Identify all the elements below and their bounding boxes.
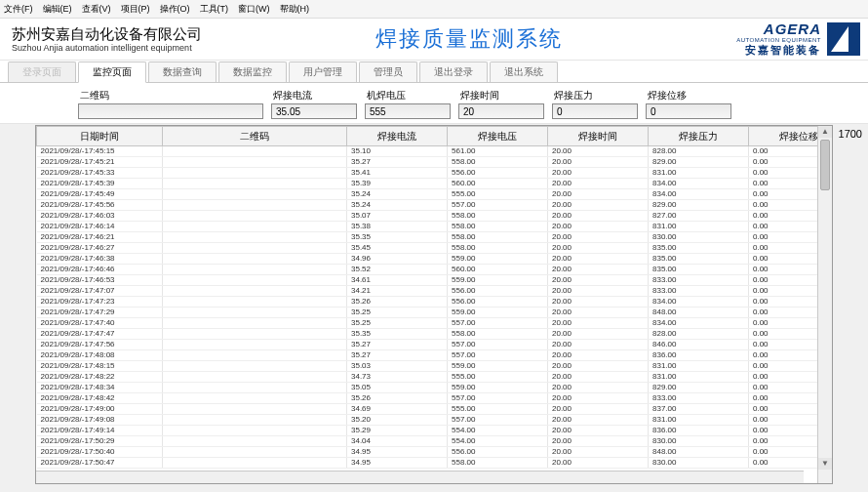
table-cell: 34.95	[347, 458, 448, 469]
table-cell: 829.00	[649, 383, 749, 393]
table-row[interactable]: 2021/09/28/-17:46:2135.35558.0020.00830.…	[37, 232, 818, 243]
table-row[interactable]: 2021/09/28/-17:48:4235.26557.0020.00833.…	[37, 393, 818, 404]
table-cell: 0.00	[749, 168, 818, 179]
table-row[interactable]: 2021/09/28/-17:45:4935.24555.0020.00834.…	[37, 189, 818, 200]
table-cell: 2021/09/28/-17:50:47	[37, 458, 163, 469]
table-cell: 829.00	[649, 200, 749, 211]
table-row[interactable]: 2021/09/28/-17:48:1535.03559.0020.00831.…	[37, 361, 818, 372]
tab-登录页面: 登录页面	[8, 62, 76, 82]
table-row[interactable]: 2021/09/28/-17:48:3435.05559.0020.00829.…	[37, 383, 818, 393]
scroll-up-icon[interactable]: ▲	[818, 126, 832, 138]
input-焊接时间[interactable]: 20	[458, 103, 544, 119]
table-cell	[163, 404, 347, 415]
table-cell	[163, 254, 347, 265]
input-焊接位移[interactable]: 0	[646, 103, 731, 119]
table-cell: 828.00	[649, 146, 749, 157]
table-cell: 834.00	[649, 318, 749, 329]
table-row[interactable]: 2021/09/28/-17:45:2135.27558.0020.00829.…	[37, 157, 818, 168]
tab-退出登录[interactable]: 退出登录	[419, 62, 488, 82]
table-cell: 20.00	[548, 211, 649, 222]
table-row[interactable]: 2021/09/28/-17:45:1535.10561.0020.00828.…	[37, 146, 818, 157]
input-二维码[interactable]	[78, 103, 263, 119]
column-header[interactable]: 二维码	[163, 127, 347, 146]
column-header[interactable]: 焊接压力	[649, 127, 749, 146]
tab-数据查询[interactable]: 数据查询	[148, 62, 217, 82]
table-cell: 833.00	[649, 275, 749, 286]
scroll-thumb[interactable]	[820, 140, 830, 190]
table-cell: 848.00	[649, 447, 749, 458]
table-cell: 20.00	[548, 426, 649, 436]
menu-item[interactable]: 编辑(E)	[43, 3, 72, 16]
menu-item[interactable]: 帮助(H)	[280, 3, 310, 16]
table-row[interactable]: 2021/09/28/-17:48:0835.27557.0020.00836.…	[37, 350, 818, 361]
column-header[interactable]: 焊接电压	[448, 127, 548, 146]
table-cell: 0.00	[749, 243, 818, 254]
table-cell: 0.00	[749, 179, 818, 189]
table-row[interactable]: 2021/09/28/-17:47:2935.25559.0020.00848.…	[37, 308, 818, 318]
input-机焊电压[interactable]: 555	[365, 103, 451, 119]
menu-item[interactable]: 查看(V)	[82, 3, 111, 16]
table-row[interactable]: 2021/09/28/-17:46:3834.96559.0020.00835.…	[37, 254, 818, 265]
table-row[interactable]: 2021/09/28/-17:50:4034.95556.0020.00848.…	[37, 447, 818, 458]
menu-item[interactable]: 文件(F)	[4, 3, 33, 16]
table-cell: 0.00	[749, 286, 818, 297]
table-cell: 20.00	[548, 361, 649, 372]
table-row[interactable]: 2021/09/28/-17:47:2335.26556.0020.00834.…	[37, 297, 818, 308]
table-cell: 35.41	[347, 168, 448, 179]
table-cell	[163, 211, 347, 222]
menu-item[interactable]: 窗口(W)	[238, 3, 270, 16]
table-row[interactable]: 2021/09/28/-17:45:5635.24557.0020.00829.…	[37, 200, 818, 211]
table-cell: 560.00	[448, 265, 548, 275]
table-row[interactable]: 2021/09/28/-17:45:3935.39560.0020.00834.…	[37, 179, 818, 189]
table-cell: 0.00	[749, 436, 818, 447]
menu-item[interactable]: 项目(P)	[121, 3, 150, 16]
table-row[interactable]: 2021/09/28/-17:50:2934.04554.0020.00830.…	[37, 436, 818, 447]
table-cell: 834.00	[649, 179, 749, 189]
tab-数据监控[interactable]: 数据监控	[218, 62, 287, 82]
vertical-scrollbar[interactable]: ▲ ▼	[817, 126, 832, 483]
table-row[interactable]: 2021/09/28/-17:46:5334.61559.0020.00833.…	[37, 275, 818, 286]
table-row[interactable]: 2021/09/28/-17:46:1435.38558.0020.00831.…	[37, 222, 818, 232]
scroll-down-icon[interactable]: ▼	[818, 458, 832, 470]
tab-用户管理[interactable]: 用户管理	[289, 62, 357, 82]
table-cell: 559.00	[448, 361, 548, 372]
column-header[interactable]: 焊接时间	[548, 127, 649, 146]
table-cell: 20.00	[548, 222, 649, 232]
menu-item[interactable]: 工具(T)	[200, 3, 229, 16]
table-row[interactable]: 2021/09/28/-17:46:0335.07558.0020.00827.…	[37, 211, 818, 222]
table-cell: 20.00	[548, 168, 649, 179]
table-row[interactable]: 2021/09/28/-17:46:4635.52560.0020.00835.…	[37, 265, 818, 275]
menu-bar[interactable]: 文件(F)编辑(E)查看(V)项目(P)操作(O)工具(T)窗口(W)帮助(H)	[0, 0, 868, 19]
table-cell: 35.07	[347, 211, 448, 222]
table-row[interactable]: 2021/09/28/-17:47:4035.25557.0020.00834.…	[37, 318, 818, 329]
table-row[interactable]: 2021/09/28/-17:48:2234.73555.0020.00831.…	[37, 372, 818, 383]
table-row[interactable]: 2021/09/28/-17:47:0734.21556.0020.00833.…	[37, 286, 818, 297]
table-cell: 35.39	[347, 179, 448, 189]
table-row[interactable]: 2021/09/28/-17:49:1435.29554.0020.00836.…	[37, 426, 818, 436]
tab-管理员[interactable]: 管理员	[359, 62, 417, 82]
table-cell: 0.00	[749, 232, 818, 243]
table-row[interactable]: 2021/09/28/-17:49:0034.69555.0020.00837.…	[37, 404, 818, 415]
menu-item[interactable]: 操作(O)	[160, 3, 190, 16]
tab-退出系统[interactable]: 退出系统	[490, 62, 558, 82]
table-row[interactable]: 2021/09/28/-17:50:4734.95558.0020.00830.…	[37, 458, 818, 469]
column-header[interactable]: 焊接电流	[347, 127, 448, 146]
table-cell: 561.00	[448, 146, 548, 157]
horizontal-scrollbar[interactable]	[36, 471, 804, 483]
table-row[interactable]: 2021/09/28/-17:49:0835.20557.0020.00831.…	[37, 415, 818, 426]
table-row[interactable]: 2021/09/28/-17:46:2735.45558.0020.00835.…	[37, 243, 818, 254]
table-cell: 0.00	[749, 340, 818, 350]
table-row[interactable]: 2021/09/28/-17:47:4735.35558.0020.00828.…	[37, 329, 818, 340]
table-cell: 34.61	[347, 275, 448, 286]
tab-监控页面[interactable]: 监控页面	[78, 62, 146, 83]
table-row[interactable]: 2021/09/28/-17:45:3335.41556.0020.00831.…	[37, 168, 818, 179]
table-cell: 35.52	[347, 265, 448, 275]
table-cell: 20.00	[548, 243, 649, 254]
column-header[interactable]: 焊接位移	[749, 127, 818, 146]
table-row[interactable]: 2021/09/28/-17:47:5635.27557.0020.00846.…	[37, 340, 818, 350]
column-header[interactable]: 日期时间	[37, 127, 163, 146]
input-焊接压力[interactable]: 0	[552, 103, 638, 119]
table-cell	[163, 383, 347, 393]
input-焊接电流[interactable]: 35.05	[271, 103, 357, 119]
company-name-cn: 苏州安嘉自动化设备有限公司	[12, 25, 202, 43]
